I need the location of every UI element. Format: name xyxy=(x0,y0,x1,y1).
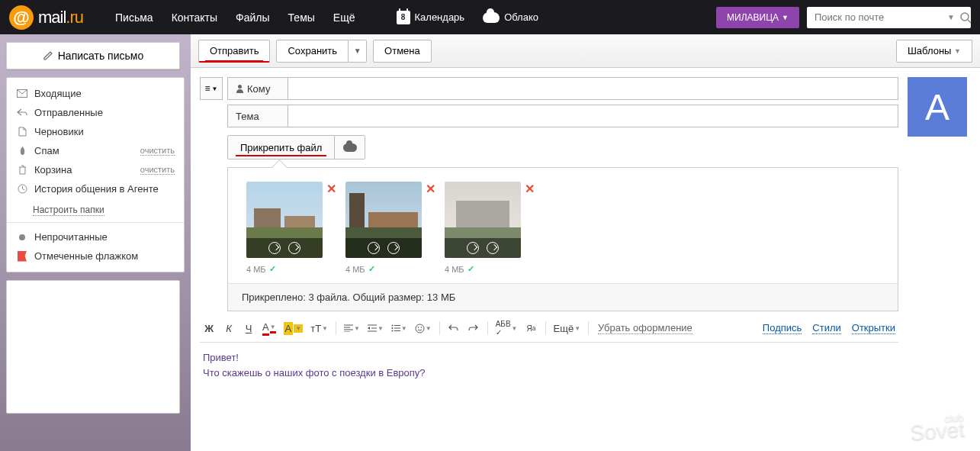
attachment-thumbnail[interactable] xyxy=(445,182,521,258)
attachment-thumbnail[interactable] xyxy=(345,182,422,258)
sidebar-item-flagged[interactable]: Отмеченные флажком xyxy=(7,246,184,266)
save-button[interactable]: Сохранить xyxy=(276,40,349,63)
fields-menu[interactable]: ≡ ▼ xyxy=(200,77,223,100)
file-size: 4 МБ xyxy=(445,265,464,274)
rotate-icon[interactable] xyxy=(368,242,380,254)
logo[interactable]: @ mail.ru xyxy=(9,5,83,30)
svg-line-1 xyxy=(968,20,971,23)
fire-icon xyxy=(16,146,28,156)
logo-text: mail.ru xyxy=(38,8,83,27)
attach-from-cloud-button[interactable] xyxy=(335,135,365,159)
remove-attachment[interactable]: ✕ xyxy=(525,182,535,196)
undo-button[interactable] xyxy=(445,319,463,337)
sidebar: Написать письмо Входящие Отправленные Че… xyxy=(0,34,191,451)
list-button[interactable]: ▼ xyxy=(388,319,410,337)
divider xyxy=(7,222,184,223)
envelope-icon xyxy=(16,89,28,98)
clear-spam[interactable]: очистить xyxy=(140,146,175,156)
remove-attachment[interactable]: ✕ xyxy=(426,182,435,196)
pencil-icon xyxy=(43,50,53,61)
to-input[interactable] xyxy=(288,77,898,100)
svg-point-20 xyxy=(420,327,422,328)
translate-button[interactable]: Яа xyxy=(522,319,541,337)
sidebar-item-label: Отмеченные флажком xyxy=(34,250,138,262)
rotate-icon[interactable] xyxy=(467,242,479,254)
emoji-button[interactable]: ▼ xyxy=(412,319,435,337)
nav-contacts[interactable]: Контакты xyxy=(162,1,227,34)
clock-icon xyxy=(16,184,28,194)
cloud-label: Облако xyxy=(504,11,538,23)
remove-formatting[interactable]: Убрать оформление xyxy=(598,322,692,334)
check-icon: ✓ xyxy=(468,264,474,274)
underline-button[interactable]: Ч xyxy=(239,319,258,337)
nav-calendar[interactable]: 8 Календарь xyxy=(387,11,474,24)
indent-button[interactable]: ▼ xyxy=(365,319,387,337)
sidebar-item-label: Спам xyxy=(34,145,59,156)
text-color-button[interactable]: А▼ xyxy=(259,319,279,337)
sidebar-item-unread[interactable]: Непрочитанные xyxy=(7,227,184,246)
dot-icon xyxy=(16,234,28,240)
more-formatting-button[interactable]: Ещё▼ xyxy=(551,319,584,337)
search-icon[interactable] xyxy=(959,11,972,24)
attachments-panel: ✕ 4 МБ✓ ✕ 4 МБ✓ ✕ xyxy=(227,167,898,311)
italic-button[interactable]: К xyxy=(220,319,238,337)
person-icon xyxy=(236,84,244,93)
file-size: 4 МБ xyxy=(246,265,266,274)
redo-button[interactable] xyxy=(464,319,483,337)
templates-button[interactable]: Шаблоны ▼ xyxy=(896,40,972,63)
sidebar-item-spam[interactable]: Спам очистить xyxy=(7,141,184,160)
file-size: 4 МБ xyxy=(345,265,365,274)
subject-label: Тема xyxy=(227,105,288,127)
nav-mail[interactable]: Письма xyxy=(106,1,162,34)
editor-toolbar: Ж К Ч А▼ А▼ тТ▼ ▼ ▼ ▼ ▼ АБВ✓▼ Яа xyxy=(200,314,898,343)
save-dropdown[interactable]: ▼ xyxy=(349,40,367,63)
rotate-icon[interactable] xyxy=(387,242,400,254)
subject-input[interactable] xyxy=(288,105,898,127)
check-icon: ✓ xyxy=(269,264,276,274)
sidebar-item-label: Отправленные xyxy=(34,107,103,118)
chevron-down-icon: ▼ xyxy=(782,14,789,21)
font-size-button[interactable]: тТ▼ xyxy=(307,319,331,337)
signature-link[interactable]: Подпись xyxy=(763,322,802,334)
sidebar-item-trash[interactable]: Корзина очистить xyxy=(7,160,184,179)
svg-point-4 xyxy=(238,85,242,89)
compose-label: Написать письмо xyxy=(58,50,143,62)
cards-link[interactable]: Открытки xyxy=(852,322,895,334)
nav-themes[interactable]: Темы xyxy=(279,1,324,34)
sidebar-item-agent-history[interactable]: История общения в Агенте xyxy=(7,179,184,198)
styles-link[interactable]: Стили xyxy=(812,322,840,334)
sidebar-item-drafts[interactable]: Черновики xyxy=(7,122,184,141)
bg-color-button[interactable]: А▼ xyxy=(281,319,307,337)
svg-point-0 xyxy=(961,13,969,21)
align-button[interactable]: ▼ xyxy=(341,319,363,337)
clear-trash[interactable]: очистить xyxy=(140,165,175,175)
rotate-icon[interactable] xyxy=(487,242,499,254)
attachment-thumbnail[interactable] xyxy=(246,182,323,258)
nav-more[interactable]: Ещё xyxy=(324,1,365,34)
sidebar-item-label: Непрочитанные xyxy=(34,231,108,243)
user-menu-button[interactable]: МИЛАВИЦА ▼ xyxy=(716,7,799,28)
logo-at-icon: @ xyxy=(9,5,34,30)
svg-point-19 xyxy=(417,327,419,328)
attachments-summary: Прикреплено: 3 файла. Общий размер: 13 М… xyxy=(228,283,898,311)
bold-button[interactable]: Ж xyxy=(200,319,218,337)
nav-files[interactable]: Файлы xyxy=(227,1,278,34)
sidebar-item-inbox[interactable]: Входящие xyxy=(7,84,184,103)
configure-folders[interactable]: Настроить папки xyxy=(33,205,104,216)
send-button[interactable]: Отправить xyxy=(198,40,270,63)
search-scope-dropdown[interactable]: ▼ xyxy=(947,13,955,21)
svg-point-16 xyxy=(391,330,393,332)
cancel-button[interactable]: Отмена xyxy=(373,40,432,63)
search-input[interactable] xyxy=(815,11,943,23)
compose-button[interactable]: Написать письмо xyxy=(6,42,180,69)
spellcheck-button[interactable]: АБВ✓▼ xyxy=(493,319,521,337)
remove-attachment[interactable]: ✕ xyxy=(326,182,336,196)
rotate-icon[interactable] xyxy=(268,242,281,254)
editor-body[interactable]: Привет! Что скажешь о наших фото с поезд… xyxy=(200,343,898,388)
to-label: Кому xyxy=(227,77,288,100)
sidebar-item-sent[interactable]: Отправленные xyxy=(7,103,184,122)
user-label: МИЛАВИЦА xyxy=(727,12,779,23)
attach-file-button[interactable]: Прикрепить файл xyxy=(227,135,335,159)
rotate-icon[interactable] xyxy=(288,242,300,254)
nav-cloud[interactable]: Облако xyxy=(474,11,548,23)
